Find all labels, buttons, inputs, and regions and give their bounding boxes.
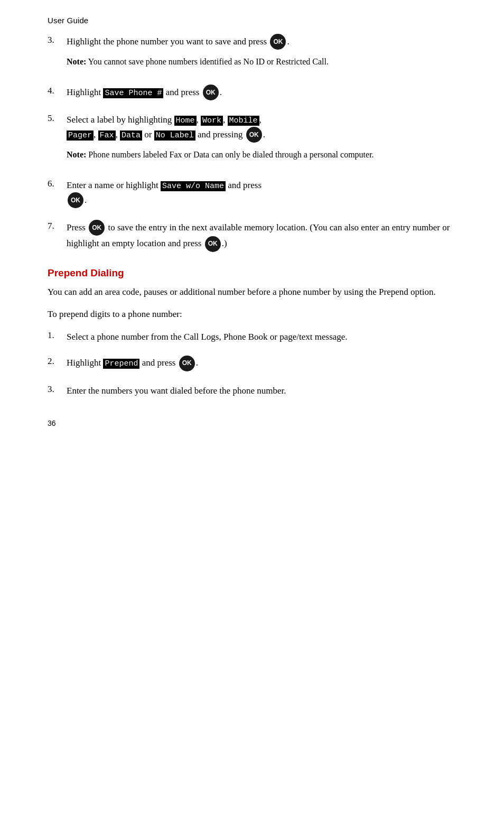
paragraph-1-text: You can add an area code, pauses or addi… [48,287,436,297]
step-6-text-middle: and press [226,180,262,190]
step-5: 5. Select a label by highlighting Home, … [48,113,456,166]
highlight-work: Work [201,116,223,126]
step-4-period: . [220,87,222,97]
step-5-note: Note: Phone numbers labeled Fax or Data … [67,148,456,161]
step-6-text-before: Enter a name or highlight [67,180,161,190]
ok-button-3[interactable]: OK [270,34,286,50]
step-4-text-middle: and press [163,87,201,97]
step-4-content: Highlight Save Phone # and press OK. [67,85,456,101]
step-7-text-press: Press [67,222,88,232]
comma-2: , [223,115,228,125]
highlight-mobile: Mobile [228,116,259,126]
section-step-2-number: 2. [48,356,67,367]
section-heading-prepend: Prepend Dialing [48,267,456,279]
step-6-period: . [85,195,87,205]
step-5-number: 5. [48,113,67,124]
page-header: User Guide [48,16,456,25]
highlight-home: Home [174,116,197,126]
ok-button-5[interactable]: OK [246,127,262,143]
step-7-number: 7. [48,220,67,231]
step-6-number: 6. [48,178,67,189]
step-3: 3. Highlight the phone number you want t… [48,34,456,73]
section-step-3: 3. Enter the numbers you want dialed bef… [48,384,456,398]
step-7: 7. Press OK to save the entry in the nex… [48,220,456,252]
step-4-text-before: Highlight [67,87,103,97]
ok-button-7a[interactable]: OK [89,220,105,236]
note-label-5: Note: [67,150,86,159]
step-4: 4. Highlight Save Phone # and press OK. [48,85,456,101]
comma-1: , [197,115,201,125]
highlight-save-wo-name: Save w/o Name [161,181,226,191]
step-7-text-after: to save the entry in the next available … [67,222,450,248]
section-step-1-text: Select a phone number from the Call Logs… [67,332,348,342]
comma-3: , [259,115,262,125]
ok-button-7b[interactable]: OK [205,236,221,252]
step-4-number: 4. [48,85,67,96]
step-5-period: . [263,129,265,139]
page-number-text: 36 [48,419,56,427]
paragraph-2-text: To prepend digits to a phone number: [48,309,182,319]
section-step-3-number: 3. [48,384,67,395]
step-5-or: or [142,129,154,139]
step-3-text: Highlight the phone number you want to s… [67,36,269,46]
section-step-1-number: 1. [48,330,67,341]
step-6-content: Enter a name or highlight Save w/o Name … [67,178,456,209]
note-text-5: Phone numbers labeled Fax or Data can on… [88,150,374,159]
step-3-content: Highlight the phone number you want to s… [67,34,456,73]
highlight-pager: Pager [67,130,94,141]
header-label: User Guide [48,16,88,25]
step-3-number: 3. [48,34,67,45]
highlight-data: Data [120,130,142,141]
step-5-content: Select a label by highlighting Home, Wor… [67,113,456,166]
step-7-content: Press OK to save the entry in the next a… [67,220,456,252]
section-step-3-text: Enter the numbers you want dialed before… [67,386,286,396]
note-text: You cannot save phone numbers identified… [88,57,329,66]
page-number: 36 [48,419,456,427]
section-step-1: 1. Select a phone number from the Call L… [48,330,456,344]
highlight-fax: Fax [98,130,116,141]
highlight-save-phone: Save Phone # [103,88,163,98]
section-step-2-content: Highlight Prepend and press OK. [67,356,456,371]
step-6: 6. Enter a name or highlight Save w/o Na… [48,178,456,209]
note-label: Note: [67,57,86,66]
section-step-2-after: and press [142,358,176,368]
section-step-1-content: Select a phone number from the Call Logs… [67,330,456,344]
comma-5: , [116,129,120,139]
step-7-close: .) [222,238,227,248]
section-step-3-content: Enter the numbers you want dialed before… [67,384,456,398]
section-heading-text: Prepend Dialing [48,267,124,278]
step-3-note: Note: You cannot save phone numbers iden… [67,55,456,68]
section-step-2: 2. Highlight Prepend and press OK. [48,356,456,371]
section-step-2-before: Highlight [67,358,101,368]
section-paragraph-2: To prepend digits to a phone number: [48,307,456,321]
section-paragraph-1: You can add an area code, pauses or addi… [48,285,456,299]
highlight-no-label: No Label [154,130,195,141]
ok-button-section-2[interactable]: OK [179,356,195,371]
step-5-text-before: Select a label by highlighting [67,115,174,125]
step-5-text-end: and pressing [195,129,245,139]
comma-4: , [94,129,98,139]
ok-button-6[interactable]: OK [68,192,83,208]
section-step-2-period: . [196,358,198,368]
ok-button-4[interactable]: OK [203,85,219,100]
highlight-prepend: Prepend [103,359,139,369]
step-3-period: . [287,36,289,46]
